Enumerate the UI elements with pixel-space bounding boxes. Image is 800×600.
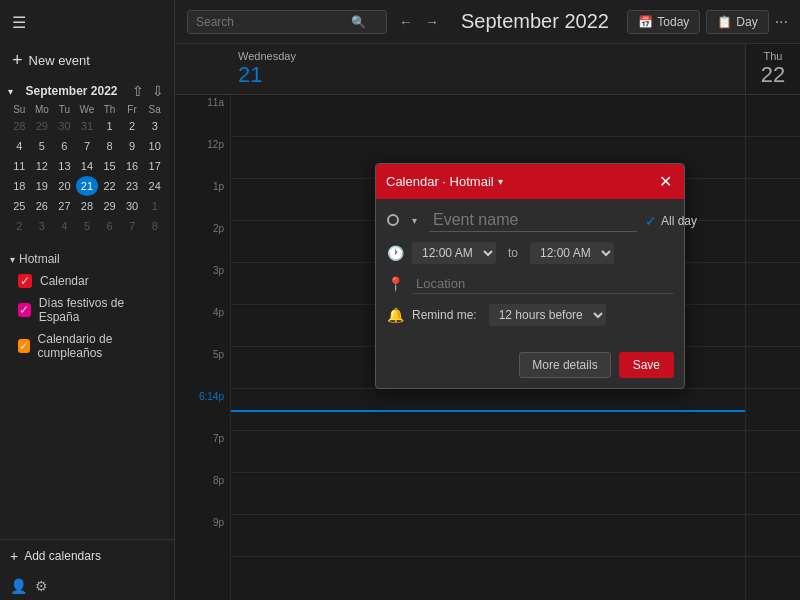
mini-cal-day[interactable]: 4 [53, 216, 76, 236]
hamburger-icon[interactable]: ☰ [12, 13, 26, 32]
mini-cal-day[interactable]: 8 [98, 136, 121, 156]
thu-hour-9 [746, 515, 800, 557]
mini-cal-day[interactable]: 20 [53, 176, 76, 196]
mini-calendar: ▾ September 2022 ⇧ ⇩ Su Mo Tu We Th Fr [0, 77, 174, 242]
search-input[interactable] [196, 15, 351, 29]
mini-cal-day[interactable]: 16 [121, 156, 144, 176]
mini-cal-day[interactable]: 2 [121, 116, 144, 136]
nav-arrows: ← → [395, 12, 443, 32]
mini-cal-day[interactable]: 18 [8, 176, 31, 196]
time-to-select[interactable]: 12:00 AM [530, 242, 614, 264]
mini-cal-day[interactable]: 21 [76, 176, 99, 196]
circle-dot-icon [387, 214, 399, 226]
sidebar: ☰ + New event ▾ September 2022 ⇧ ⇩ Su Mo [0, 0, 175, 600]
more-details-button[interactable]: More details [519, 352, 610, 378]
add-calendars-button[interactable]: + Add calendars [0, 539, 174, 572]
calendar-item-calendar[interactable]: ✓ Calendar [10, 270, 164, 292]
mini-cal-day[interactable]: 6 [98, 216, 121, 236]
mini-cal-next-button[interactable]: ⇩ [150, 83, 166, 99]
day-view-button[interactable]: 📋 Day [706, 10, 768, 34]
popup-dropdown-icon[interactable]: ▾ [498, 176, 503, 187]
mini-cal-collapse-icon[interactable]: ▾ [8, 86, 13, 97]
event-name-input[interactable] [429, 209, 637, 232]
wednesday-number: 21 [238, 62, 737, 88]
mini-cal-day[interactable]: 5 [31, 136, 54, 156]
mini-cal-day[interactable]: 7 [121, 216, 144, 236]
mini-cal-day[interactable]: 25 [8, 196, 31, 216]
mini-cal-day[interactable]: 4 [8, 136, 31, 156]
mini-cal-day[interactable]: 31 [76, 116, 99, 136]
cal-dow-we: We [76, 103, 99, 116]
mini-cal-day[interactable]: 13 [53, 156, 76, 176]
remind-select[interactable]: 12 hours before [489, 304, 606, 326]
mini-cal-day[interactable]: 11 [8, 156, 31, 176]
mini-cal-day[interactable]: 2 [8, 216, 31, 236]
mini-cal-day[interactable]: 9 [121, 136, 144, 156]
mini-cal-day[interactable]: 1 [143, 196, 166, 216]
calendar-name-festivos: Días festivos de España [39, 296, 156, 324]
today-button[interactable]: 📅 Today [627, 10, 700, 34]
mini-cal-day[interactable]: 7 [76, 136, 99, 156]
popup-title: Calendar · Hotmail ▾ [386, 174, 503, 189]
day-icon: 📋 [717, 15, 732, 29]
plus-icon: + [12, 50, 23, 71]
mini-cal-day[interactable]: 26 [31, 196, 54, 216]
mini-cal-day[interactable]: 10 [143, 136, 166, 156]
mini-cal-day[interactable]: 24 [143, 176, 166, 196]
mini-cal-day[interactable]: 28 [76, 196, 99, 216]
location-input[interactable] [412, 274, 674, 294]
all-day-checkbox[interactable]: ✓ All day [645, 213, 697, 229]
popup-footer: More details Save [376, 346, 684, 388]
mini-cal-day[interactable]: 3 [143, 116, 166, 136]
mini-cal-day[interactable]: 1 [98, 116, 121, 136]
calendar-name-cumpleanos: Calendario de cumpleaños [38, 332, 156, 360]
thu-hour-12 [746, 137, 800, 179]
today-icon: 📅 [638, 15, 653, 29]
calendar-item-festivos[interactable]: ✓ Días festivos de España [10, 292, 164, 328]
mini-cal-day[interactable]: 19 [31, 176, 54, 196]
mini-cal-month-year[interactable]: September 2022 [25, 84, 117, 98]
mini-cal-day[interactable]: 23 [121, 176, 144, 196]
mini-cal-day[interactable]: 8 [143, 216, 166, 236]
reminder-row: 🔔 Remind me: 12 hours before [386, 304, 674, 326]
people-icon[interactable]: 👤 [10, 578, 27, 594]
mini-cal-day[interactable]: 17 [143, 156, 166, 176]
mini-cal-day[interactable]: 6 [53, 136, 76, 156]
hotmail-section: ▾ Hotmail ✓ Calendar ✓ Días festivos de … [0, 242, 174, 370]
calendar-checkbox-festivos[interactable]: ✓ [18, 303, 31, 317]
calendar-checkbox-cumpleanos[interactable]: ✓ [18, 339, 30, 353]
mini-cal-prev-button[interactable]: ⇧ [130, 83, 146, 99]
save-button[interactable]: Save [619, 352, 674, 378]
next-month-button[interactable]: → [421, 12, 443, 32]
mini-cal-day[interactable]: 30 [53, 116, 76, 136]
hotmail-section-header[interactable]: ▾ Hotmail [10, 248, 164, 270]
mini-cal-day[interactable]: 5 [76, 216, 99, 236]
thursday-day-column[interactable] [745, 95, 800, 600]
new-event-button[interactable]: + New event [0, 44, 174, 77]
settings-icon[interactable]: ⚙ [35, 578, 48, 594]
popup-header: Calendar · Hotmail ▾ ✕ [376, 164, 684, 199]
all-day-label: All day [661, 214, 697, 228]
mini-cal-day[interactable]: 29 [98, 196, 121, 216]
new-event-label: New event [29, 53, 90, 68]
mini-cal-day[interactable]: 15 [98, 156, 121, 176]
location-row: 📍 [386, 274, 674, 294]
mini-cal-day[interactable]: 12 [31, 156, 54, 176]
mini-cal-day[interactable]: 28 [8, 116, 31, 136]
mini-cal-day[interactable]: 30 [121, 196, 144, 216]
more-options-button[interactable]: ··· [775, 13, 788, 31]
search-box[interactable]: 🔍 [187, 10, 387, 34]
thu-hour-2 [746, 221, 800, 263]
mini-cal-day[interactable]: 22 [98, 176, 121, 196]
mini-cal-day[interactable]: 14 [76, 156, 99, 176]
mini-cal-day[interactable]: 27 [53, 196, 76, 216]
status-chevron-icon[interactable]: ▾ [412, 215, 417, 226]
mini-cal-day[interactable]: 29 [31, 116, 54, 136]
prev-month-button[interactable]: ← [395, 12, 417, 32]
mini-cal-day[interactable]: 3 [31, 216, 54, 236]
popup-close-button[interactable]: ✕ [657, 172, 674, 191]
time-from-select[interactable]: 12:00 AM [412, 242, 496, 264]
calendar-item-cumpleanos[interactable]: ✓ Calendario de cumpleaños [10, 328, 164, 364]
time-3p: 3p [175, 263, 230, 305]
calendar-checkbox-calendar[interactable]: ✓ [18, 274, 32, 288]
